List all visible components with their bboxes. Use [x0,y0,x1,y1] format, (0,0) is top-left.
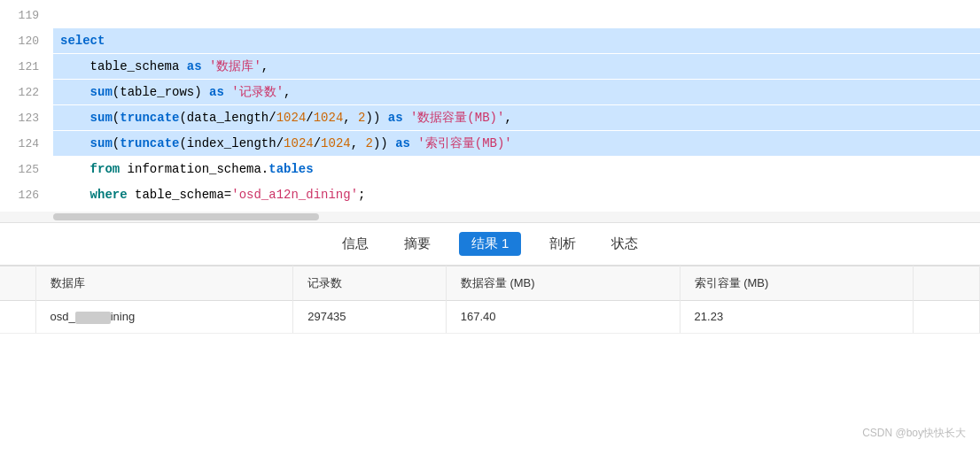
col-header-num [0,266,35,301]
code-lines: 119 120 select 121 table_schema as '数据库'… [0,0,980,212]
code-line-123: 123 sum(truncate(data_length/1024/1024, … [0,105,980,131]
line-number: 120 [0,29,53,54]
cell-extra [914,301,980,334]
watermark: CSDN @boy快快长大 [862,426,966,441]
col-header-extra [914,266,980,301]
col-header-db: 数据库 [35,266,293,301]
code-line-122: 122 sum(table_rows) as '记录数', [0,80,980,105]
line-number: 125 [0,158,53,182]
main-container: 119 120 select 121 table_schema as '数据库'… [0,0,980,455]
db-name-end: ining [111,310,135,323]
tab-status[interactable]: 状态 [604,232,645,256]
code-editor: 119 120 select 121 table_schema as '数据库'… [0,0,980,223]
results-table: 数据库 记录数 数据容量 (MB) 索引容量 (MB) osd_ining 29… [0,266,980,334]
code-line-119: 119 [0,4,980,28]
tab-summary[interactable]: 摘要 [397,232,438,256]
line-content: sum(truncate(index_length/1024/1024, 2))… [53,131,980,156]
db-name-start: osd_ [51,310,75,323]
code-line-120: 120 select [0,28,980,54]
cell-db: osd_ining [35,301,293,334]
line-content: where table_schema='osd_a12n_dining'; [53,182,980,207]
line-content: sum(table_rows) as '记录数', [53,80,980,104]
results-section: 数据库 记录数 数据容量 (MB) 索引容量 (MB) osd_ining 29… [0,266,980,334]
line-content: table_schema as '数据库', [53,54,980,79]
line-content: from information_schema.tables [53,157,980,181]
table-row[interactable]: osd_ining 297435 167.40 21.23 [0,301,980,334]
table-header-row: 数据库 记录数 数据容量 (MB) 索引容量 (MB) [0,266,980,301]
blurred-name [75,312,111,324]
line-content: sum(truncate(data_length/1024/1024, 2)) … [53,105,980,130]
col-header-rows: 记录数 [293,266,447,301]
line-number: 126 [0,183,53,208]
col-header-data-size: 数据容量 (MB) [446,266,680,301]
scrollbar-area [0,212,980,222]
line-number: 122 [0,81,53,105]
cell-rows: 297435 [293,301,447,334]
cell-data-size: 167.40 [446,301,680,334]
code-line-126: 126 where table_schema='osd_a12n_dining'… [0,182,980,208]
code-line-124: 124 sum(truncate(index_length/1024/1024,… [0,131,980,157]
col-header-index-size: 索引容量 (MB) [680,266,914,301]
code-line-121: 121 table_schema as '数据库', [0,54,980,80]
tab-info[interactable]: 信息 [335,232,376,256]
horizontal-scrollbar[interactable] [53,213,319,220]
line-number: 121 [0,55,53,80]
line-content: select [53,28,980,53]
line-number: 123 [0,106,53,131]
code-line-125: 125 from information_schema.tables [0,157,980,182]
line-number: 124 [0,132,53,157]
tab-profile[interactable]: 剖析 [542,232,583,256]
line-number: 119 [0,4,53,28]
cell-index-size: 21.23 [680,301,914,334]
row-number [0,301,35,334]
tab-results[interactable]: 结果 1 [459,232,522,256]
tabs-bar: 信息 摘要 结果 1 剖析 状态 [0,223,980,266]
